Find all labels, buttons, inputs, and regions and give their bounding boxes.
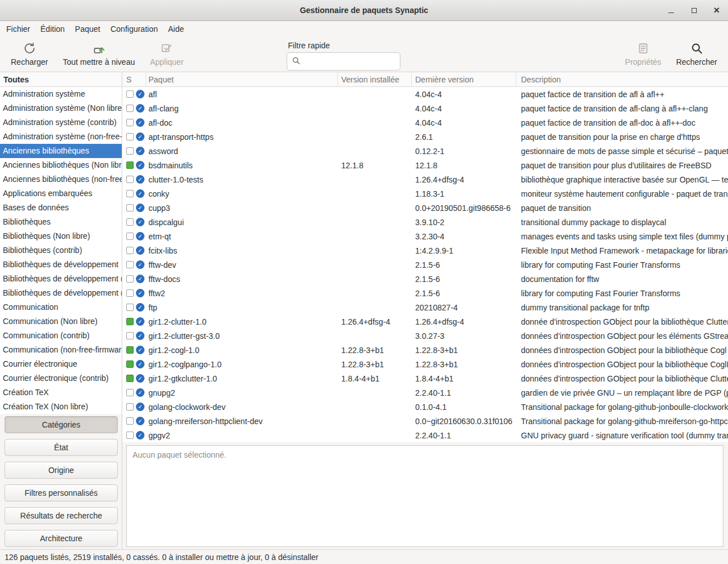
sidebar-category[interactable]: Anciennes bibliothèques (Non libre): [0, 158, 122, 172]
sidebar-category[interactable]: Administration système: [0, 87, 122, 101]
sidebar-category[interactable]: Bibliothèques de développement: [0, 258, 122, 272]
sidebar-category[interactable]: Courrier électronique: [0, 357, 122, 371]
package-row[interactable]: ✓gir1.2-clutter-1.01.26.4+dfsg-41.26.4+d…: [122, 314, 728, 329]
menu-configuration[interactable]: Configuration: [105, 21, 163, 36]
package-checkbox[interactable]: [126, 332, 134, 339]
package-checkbox[interactable]: [126, 432, 134, 439]
search-button[interactable]: Rechercher: [669, 40, 725, 69]
package-row[interactable]: ✓dispcalgui3.9.10-2transitional dummy pa…: [122, 215, 728, 229]
properties-button[interactable]: Propriétés: [618, 40, 669, 69]
package-row[interactable]: ✓gnupg22.2.40-1.1gardien de vie privée G…: [122, 385, 728, 400]
package-row[interactable]: ✓clutter-1.0-tests1.26.4+dfsg-4bibliothè…: [122, 172, 728, 186]
package-row[interactable]: ✓gir1.2-cogl-1.01.22.8-3+b11.22.8-3+b1do…: [122, 343, 728, 357]
sidebar-button-architecture[interactable]: Architecture: [5, 530, 118, 547]
sidebar-category[interactable]: Création TeX: [0, 385, 122, 400]
column-header-paquet[interactable]: Paquet: [146, 72, 338, 86]
maximize-button[interactable]: [689, 6, 698, 15]
package-checkbox[interactable]: [126, 147, 134, 155]
sidebar-category[interactable]: Bibliothèques (Non libre): [0, 229, 122, 243]
sidebar-category[interactable]: Communication (contrib): [0, 329, 122, 343]
package-checkbox[interactable]: [126, 275, 134, 283]
package-row[interactable]: ✓fcitx-libs1:4.2.9.9-1Flexible Input Met…: [122, 243, 728, 258]
package-row[interactable]: ✓cupp30.0+20190501.git986658-6paquet de …: [122, 201, 728, 215]
sidebar-category[interactable]: Applications embarquées: [0, 186, 122, 201]
column-header-description[interactable]: Description: [516, 72, 728, 86]
upgrade-all-button[interactable]: Tout mettre à niveau: [55, 40, 142, 69]
package-row[interactable]: ✓gir1.2-clutter-gst-3.03.0.27-3données d…: [122, 329, 728, 343]
package-checkbox[interactable]: [126, 261, 134, 268]
package-checkbox[interactable]: [126, 218, 134, 226]
sidebar-category[interactable]: Communication (non-free-firmware): [0, 343, 122, 357]
package-row[interactable]: ✓conky1.18.3-1moniteur système hautement…: [122, 186, 728, 201]
menu-fichier[interactable]: Fichier: [1, 21, 35, 36]
package-row[interactable]: ✓golang-clockwork-dev0.1.0-4.1Transition…: [122, 400, 728, 414]
package-row[interactable]: ✓etm-qt3.2.30-4manages events and tasks …: [122, 229, 728, 243]
package-row[interactable]: ✓gir1.2-coglpango-1.01.22.8-3+b11.22.8-3…: [122, 357, 728, 371]
sidebar-category[interactable]: Courrier électronique (contrib): [0, 371, 122, 385]
sidebar-category[interactable]: Bibliothèques (contrib): [0, 243, 122, 258]
package-row[interactable]: ✓gpgv22.2.40-1.1GNU privacy guard - sign…: [122, 428, 728, 442]
package-checkbox[interactable]: [126, 119, 134, 126]
latest-version: 3.0.27-3: [412, 331, 516, 341]
package-checkbox[interactable]: [126, 176, 134, 183]
package-checkbox[interactable]: [126, 233, 134, 240]
package-row[interactable]: ✓golang-mreiferson-httpclient-dev0.0~git…: [122, 414, 728, 428]
sidebar-category[interactable]: Administration système (contrib): [0, 115, 122, 130]
sidebar-category[interactable]: Bibliothèques de développement (Non libr…: [0, 272, 122, 286]
package-checkbox[interactable]: [126, 105, 134, 112]
package-checkbox[interactable]: [126, 389, 134, 396]
package-row[interactable]: ✓afl4.04c-4paquet factice de transition …: [122, 87, 728, 101]
package-checkbox[interactable]: [126, 318, 134, 325]
package-checkbox[interactable]: [126, 375, 134, 382]
apply-button[interactable]: Appliquer: [142, 40, 191, 69]
package-checkbox[interactable]: [126, 247, 134, 254]
sidebar-button-filtres-personnalis-s[interactable]: Filtres personnalisés: [5, 484, 118, 501]
package-checkbox[interactable]: [126, 90, 134, 98]
package-checkbox[interactable]: [126, 417, 134, 425]
sidebar-category[interactable]: Administration système (Non libre): [0, 101, 122, 115]
column-header-version-installee[interactable]: Version installée: [338, 72, 412, 86]
package-row[interactable]: ✓afl-clang4.04c-4paquet factice de trans…: [122, 101, 728, 115]
package-row[interactable]: ✓ftp20210827-4dummy transitional package…: [122, 300, 728, 314]
sidebar-button-r-sultats-de-recherche[interactable]: Résultats de recherche: [5, 507, 118, 524]
package-row[interactable]: ✓gir1.2-gtkclutter-1.01.8.4-4+b11.8.4-4+…: [122, 371, 728, 385]
sidebar-category[interactable]: Bibliothèques: [0, 215, 122, 229]
package-checkbox[interactable]: [126, 304, 134, 311]
package-checkbox[interactable]: [126, 161, 134, 169]
menu-edition[interactable]: Édition: [35, 21, 70, 36]
minimize-button[interactable]: [667, 6, 676, 15]
sidebar-category[interactable]: Création TeX (Non libre): [0, 400, 122, 414]
package-checkbox[interactable]: [126, 346, 134, 354]
sidebar-button-cat-gories[interactable]: Catégories: [5, 416, 118, 433]
sidebar-header[interactable]: Toutes: [0, 72, 122, 87]
package-checkbox[interactable]: [126, 133, 134, 140]
sidebar-category[interactable]: Bases de données: [0, 201, 122, 215]
sidebar-category[interactable]: Anciennes bibliothèques (non-free-firmwa…: [0, 172, 122, 186]
reload-button[interactable]: Recharger: [3, 40, 55, 69]
menu-aide[interactable]: Aide: [163, 21, 189, 36]
sidebar-category[interactable]: Anciennes bibliothèques: [0, 144, 122, 158]
sidebar-category[interactable]: Communication: [0, 300, 122, 314]
package-checkbox[interactable]: [126, 190, 134, 197]
package-row[interactable]: ✓fftw-dev2.1.5-6library for computing Fa…: [122, 258, 728, 272]
package-row[interactable]: ✓apt-transport-https2.6.1paquet de trans…: [122, 130, 728, 144]
sidebar-button--tat[interactable]: État: [5, 439, 118, 456]
package-checkbox[interactable]: [126, 360, 134, 368]
sidebar-button-origine[interactable]: Origine: [5, 462, 118, 479]
sidebar-category[interactable]: Administration système (non-free-firmwar…: [0, 130, 122, 144]
package-row[interactable]: ✓afl-doc4.04c-4paquet factice de transit…: [122, 115, 728, 130]
package-checkbox[interactable]: [126, 204, 134, 212]
package-checkbox[interactable]: [126, 289, 134, 297]
package-row[interactable]: ✓bsdmainutils12.1.812.1.8paquet de trans…: [122, 158, 728, 172]
sidebar-category[interactable]: Bibliothèques de développement (contrib): [0, 286, 122, 300]
sidebar-category[interactable]: Communication (Non libre): [0, 314, 122, 329]
package-row[interactable]: ✓fftw22.1.5-6library for computing Fast …: [122, 286, 728, 300]
column-header-derniere-version[interactable]: Dernière version: [412, 72, 516, 86]
menu-paquet[interactable]: Paquet: [70, 21, 105, 36]
quick-filter-input[interactable]: [304, 57, 395, 66]
package-checkbox[interactable]: [126, 403, 134, 410]
package-row[interactable]: ✓fftw-docs2.1.5-6documentation for fftw: [122, 272, 728, 286]
column-header-s[interactable]: S: [122, 72, 146, 86]
close-button[interactable]: ×: [712, 6, 721, 15]
package-row[interactable]: ✓assword0.12.2-1gestionnaire de mots de …: [122, 144, 728, 158]
